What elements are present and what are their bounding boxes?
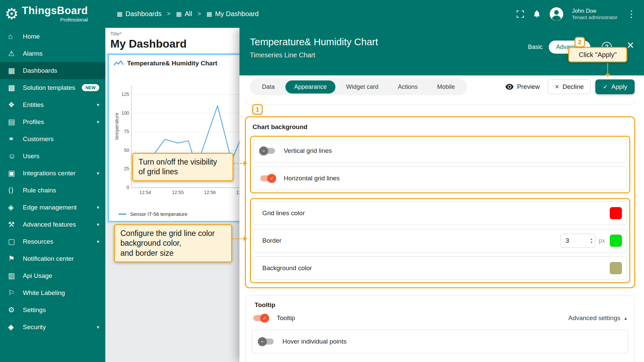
sidebar-item-label: Customers xyxy=(23,135,54,143)
widget-title: Temperature& Humidity Chart xyxy=(127,60,217,67)
brand-block: ThingsBoard Professional xyxy=(22,5,88,22)
stepper-down-icon[interactable]: ▼ xyxy=(590,241,593,244)
hover-individual-points-toggle[interactable]: – xyxy=(259,339,274,345)
tooltip-toggle[interactable]: ✓ xyxy=(253,315,268,321)
brand-edition: Professional xyxy=(22,17,88,22)
chevron-down-icon: ▾ xyxy=(97,239,99,245)
toggle-knob: – xyxy=(258,337,267,346)
sidebar-item-edge-management[interactable]: ◈ Edge management ▾ xyxy=(0,199,105,216)
sidebar-item-label: Dashboards xyxy=(23,67,57,74)
sidebar-item-advanced-features[interactable]: ⚒ Advanced features ▾ xyxy=(0,216,105,233)
stepper-up-icon[interactable]: ▲ xyxy=(590,237,593,241)
user-menu[interactable]: John Doe Tenant administrator xyxy=(572,7,618,21)
y-axis-tick: 0 xyxy=(126,185,129,190)
thingsboard-logo[interactable]: ⚙ ThingsBoard Professional xyxy=(0,5,105,22)
eye-icon xyxy=(505,84,514,90)
avatar[interactable] xyxy=(549,7,564,21)
breadcrumb-separator: > xyxy=(167,10,171,17)
tab-data[interactable]: Data xyxy=(253,80,283,94)
sidebar-item-solution-templates[interactable]: ▩ Solution templates NEW xyxy=(0,79,105,96)
decline-button[interactable]: × Decline xyxy=(548,79,591,94)
y-axis-tick: 100 xyxy=(121,110,129,116)
decline-x-icon: × xyxy=(555,83,559,90)
sidebar-item-users[interactable]: ☺ Users xyxy=(0,147,105,165)
tab-mobile[interactable]: Mobile xyxy=(428,80,464,94)
apply-button[interactable]: ✓ Apply xyxy=(595,79,635,94)
sidebar-item-label: White Labeling xyxy=(23,289,65,297)
sidebar-item-integrations-center[interactable]: ▣ Integrations center ▾ xyxy=(0,165,105,182)
border-row: Border 3 ▲ ▼ px xyxy=(253,229,627,252)
y-axis-tick: 125 xyxy=(121,92,129,97)
sidebar-item-customers[interactable]: ⚭ Customers xyxy=(0,130,105,147)
vertical-grid-lines-toggle[interactable]: – xyxy=(260,148,275,154)
grid-lines-color-swatch[interactable] xyxy=(610,207,622,219)
customers-icon: ⚭ xyxy=(8,135,23,143)
sidebar-item-api-usage[interactable]: ▥ Api Usage xyxy=(0,267,105,284)
sidebar-item-label: Resources xyxy=(23,238,53,245)
border-color-swatch[interactable] xyxy=(610,235,622,247)
breadcrumb: ▦Dashboards>▦All>▦My Dashboard xyxy=(117,10,259,18)
tooltip-card: Tooltip ✓ Tooltip Advanced settings ▴ – … xyxy=(246,295,635,362)
grid-visibility-connector xyxy=(233,163,246,164)
bell-icon xyxy=(533,9,541,18)
tab-appearance[interactable]: Appearance xyxy=(285,80,335,94)
profiles-icon: ▤ xyxy=(8,118,23,126)
sidebar-item-home[interactable]: ⌂ Home xyxy=(0,28,105,45)
breadcrumb-item[interactable]: ▦My Dashboard xyxy=(206,10,259,18)
fullscreen-button[interactable] xyxy=(516,10,525,18)
chart-legend[interactable]: Sensor IT-56 temperature xyxy=(114,211,243,217)
border-width-stepper[interactable]: ▲ ▼ xyxy=(590,237,593,244)
settings-icon: ⚙ xyxy=(8,306,23,314)
mode-basic-button[interactable]: Basic xyxy=(522,41,549,54)
dialog-tab-strip: DataAppearanceWidget cardActionsMobile xyxy=(250,78,467,95)
sidebar-item-white-labeling[interactable]: ⚐ White Labeling xyxy=(0,284,105,301)
sidebar-item-resources[interactable]: ▢ Resources ▾ xyxy=(0,233,105,250)
sidebar: ⌂ Home ⚠ Alarms ▦ Dashboards ▩ Solution … xyxy=(0,28,105,362)
tab-widget-card[interactable]: Widget card xyxy=(337,80,387,94)
apply-label: Apply xyxy=(611,83,627,90)
dashboard-grid-icon: ▦ xyxy=(206,10,212,18)
kebab-menu-icon[interactable]: ⋮ xyxy=(626,9,637,19)
sidebar-item-rule-chains[interactable]: ⟨⟩ Rule chains xyxy=(0,182,105,199)
legend-label: Sensor IT-56 temperature xyxy=(130,211,187,217)
border-label: Border xyxy=(262,237,281,244)
breadcrumb-label: All xyxy=(184,10,192,18)
preview-button[interactable]: Preview xyxy=(502,80,543,94)
breadcrumb-item[interactable]: ▦Dashboards xyxy=(117,10,162,18)
security-icon: ◆ xyxy=(8,323,23,331)
sidebar-item-security[interactable]: ◆ Security ▾ xyxy=(0,318,105,336)
sidebar-item-label: Home xyxy=(23,33,40,40)
horizontal-grid-lines-toggle[interactable]: ✓ xyxy=(260,175,275,181)
dashboard-grid-icon: ▦ xyxy=(117,10,122,18)
border-width-value: 3 xyxy=(566,237,569,244)
background-color-swatch[interactable] xyxy=(610,262,622,274)
notifications-button[interactable] xyxy=(533,9,541,18)
x-axis-tick: 12:55 xyxy=(170,190,185,195)
tooltip-heading: Tooltip xyxy=(255,301,626,308)
chart-background-heading: Chart background xyxy=(253,123,628,130)
chevron-down-icon: ▾ xyxy=(97,102,99,108)
sidebar-item-profiles[interactable]: ▤ Profiles ▾ xyxy=(0,113,105,130)
border-width-input[interactable]: 3 ▲ ▼ xyxy=(560,234,595,248)
x-axis-tick: 12:56 xyxy=(203,190,217,195)
chart-widget[interactable]: Temperature& Humidity Chart temperature … xyxy=(108,54,249,222)
entities-icon: ❖ xyxy=(8,101,23,109)
grid-lines-color-row: Grid lines color xyxy=(253,201,627,225)
chevron-down-icon: ▾ xyxy=(97,324,99,330)
advanced-settings-button[interactable]: Advanced settings ▴ xyxy=(568,314,627,322)
sidebar-item-settings[interactable]: ⚙ Settings xyxy=(0,301,105,318)
api-usage-icon: ▥ xyxy=(8,272,23,280)
y-axis-tick: 75 xyxy=(124,129,129,134)
sidebar-item-label: Users xyxy=(23,153,40,160)
breadcrumb-item[interactable]: ▦All xyxy=(176,10,192,18)
vertical-grid-lines-label: Vertical grid lines xyxy=(284,147,332,155)
apply-arrow xyxy=(607,63,608,76)
sidebar-item-notification-center[interactable]: ⚑ Notification center xyxy=(0,250,105,267)
sidebar-item-label: Entities xyxy=(23,101,44,109)
tab-actions[interactable]: Actions xyxy=(389,80,426,94)
close-icon[interactable]: × xyxy=(627,39,634,51)
sidebar-item-alarms[interactable]: ⚠ Alarms xyxy=(0,45,105,62)
sidebar-item-dashboards[interactable]: ▦ Dashboards xyxy=(0,62,105,79)
sidebar-item-entities[interactable]: ❖ Entities ▾ xyxy=(0,96,105,113)
dashboard-grid-icon: ▦ xyxy=(176,10,181,18)
